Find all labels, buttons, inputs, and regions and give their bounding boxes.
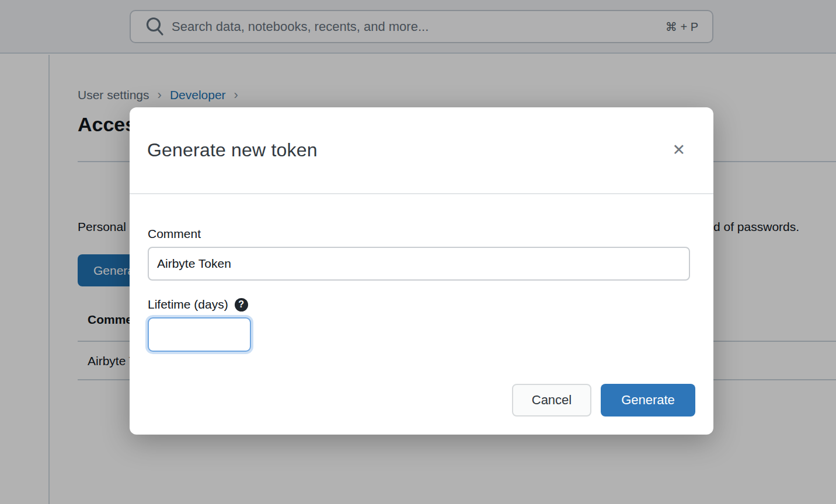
close-icon: ✕ (672, 141, 685, 159)
modal-title: Generate new token (147, 139, 318, 161)
comment-input[interactable] (148, 247, 690, 281)
close-button[interactable]: ✕ (670, 140, 688, 160)
help-icon[interactable]: ? (235, 298, 248, 312)
generate-button[interactable]: Generate (601, 384, 695, 416)
lifetime-label-row: Lifetime (days) ? (148, 298, 248, 312)
lifetime-label: Lifetime (days) (148, 298, 228, 312)
comment-label: Comment (148, 227, 201, 241)
generate-token-modal: Generate new token ✕ Comment Lifetime (d… (130, 107, 713, 435)
modal-header: Generate new token ✕ (130, 107, 713, 194)
screen: Search data, notebooks, recents, and mor… (0, 0, 836, 504)
cancel-button[interactable]: Cancel (512, 384, 591, 416)
lifetime-days-input[interactable] (148, 317, 251, 352)
